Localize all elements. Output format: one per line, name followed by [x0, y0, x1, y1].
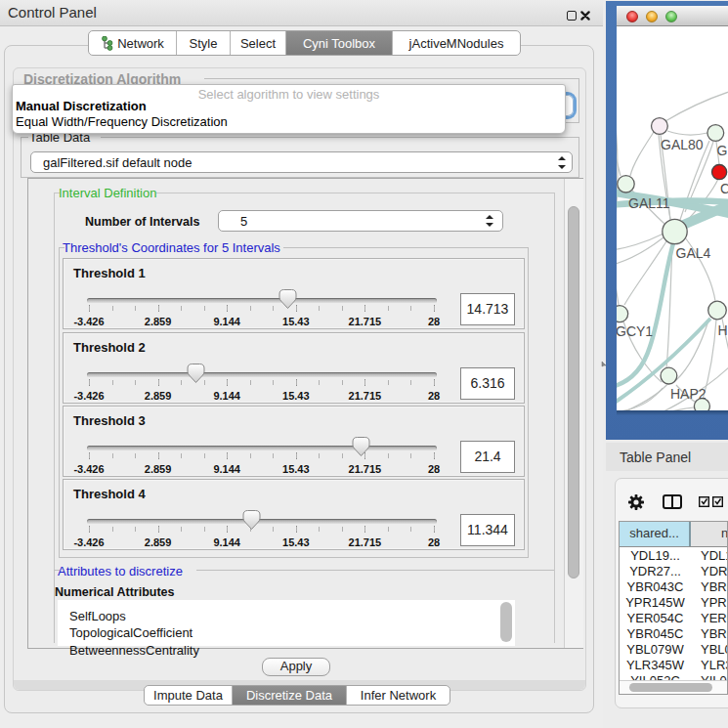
svg-text:GAL11: GAL11 [628, 195, 670, 211]
svg-text:H: H [718, 322, 728, 338]
svg-text:GCY1: GCY1 [617, 323, 653, 339]
svg-text:C: C [720, 181, 728, 196]
svg-text:GAL4: GAL4 [676, 245, 711, 261]
svg-text:HAP2: HAP2 [670, 386, 707, 402]
svg-text:G.: G. [717, 143, 728, 158]
svg-text:GAL80: GAL80 [661, 137, 704, 152]
